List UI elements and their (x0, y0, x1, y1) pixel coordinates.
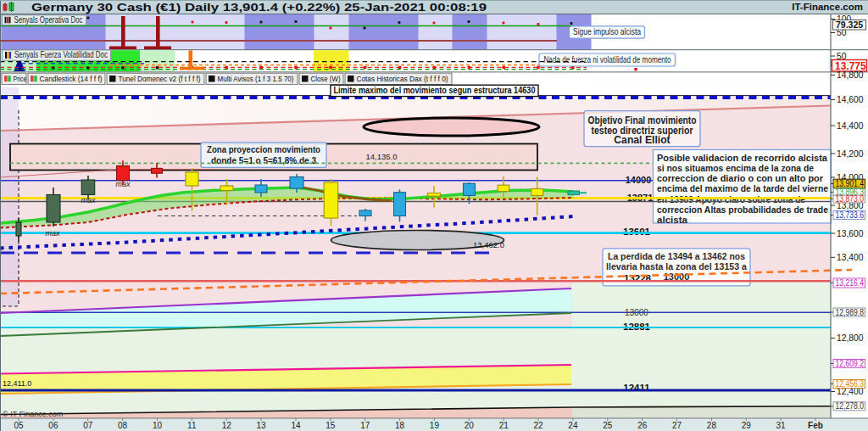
svg-text:14,200: 14,200 (837, 149, 864, 159)
svg-text:20: 20 (465, 421, 475, 430)
svg-text:© IT-Finance.com: © IT-Finance.com (3, 410, 63, 418)
svg-text:79.325: 79.325 (836, 20, 863, 30)
svg-text:14,135.0: 14,135.0 (366, 152, 398, 161)
svg-text:18: 18 (395, 421, 405, 430)
svg-text:encima del maximo de la tarde: encima del maximo de la tarde del vierne (657, 182, 828, 193)
svg-text:12: 12 (222, 421, 232, 430)
svg-text:Canal Elliot: Canal Elliot (614, 134, 670, 146)
svg-text:13,733.6: 13,733.6 (836, 210, 865, 220)
svg-text:14,800: 14,800 (837, 70, 864, 80)
svg-text:17: 17 (360, 421, 370, 430)
svg-text:21: 21 (499, 421, 509, 430)
svg-text:Sigue impulso alcista: Sigue impulso alcista (573, 27, 641, 36)
svg-text:Multi Avisos (1 f 3 1.5 70): Multi Avisos (1 f 3 1.5 70) (218, 75, 294, 83)
svg-text:12,609.2: 12,609.2 (836, 359, 865, 368)
svg-text:Posible validacion de recorrid: Posible validacion de recorrido alcista (657, 152, 828, 163)
svg-text:La perdida de 13494 a 13462 no: La perdida de 13494 a 13462 nos (608, 251, 745, 261)
svg-text:14,600: 14,600 (837, 95, 864, 104)
svg-text:12,278.0: 12,278.0 (836, 401, 865, 411)
svg-text:28: 28 (707, 421, 717, 430)
svg-text:13601: 13601 (623, 227, 651, 237)
svg-text:alcista: alcista (657, 214, 688, 225)
svg-text:max: max (81, 196, 96, 204)
svg-text:IT-Finance.com: IT-Finance.com (792, 2, 863, 12)
svg-text:13,216.4: 13,216.4 (836, 278, 865, 288)
svg-text:13,600: 13,600 (837, 229, 864, 238)
svg-text:Nada de fuerza ni volatilidad: Nada de fuerza ni volatilidad de momento (544, 55, 671, 64)
svg-text:Limite maximo del movimiento s: Limite maximo del movimiento segun estru… (334, 85, 536, 95)
svg-text:15: 15 (326, 421, 336, 430)
svg-text:13,462.0: 13,462.0 (473, 240, 504, 249)
svg-text:06: 06 (48, 421, 58, 430)
svg-text:correccion de diario o con un: correccion de diario o con un alto por (657, 172, 823, 183)
svg-text:22: 22 (533, 421, 543, 430)
svg-text:Close (W): Close (W) (311, 75, 341, 83)
svg-text:11: 11 (187, 421, 197, 430)
svg-text:Cotas Historicas Dax (t f f f: Cotas Historicas Dax (t f f f 0) (357, 75, 448, 83)
svg-text:26: 26 (637, 421, 648, 430)
svg-text:Candlestick (14 f f f): Candlestick (14 f f f) (40, 75, 103, 83)
svg-text:correccion Altas probabilidade: correccion Altas probabilidades de trade (657, 204, 828, 215)
svg-text:24: 24 (568, 421, 578, 430)
svg-text:Senyals Fuerza Volatilidad Doc: Senyals Fuerza Volatilidad Doc (14, 50, 108, 59)
svg-text:12,456.3: 12,456.3 (836, 379, 865, 389)
svg-text:08: 08 (118, 421, 128, 430)
svg-text:19: 19 (430, 421, 440, 430)
svg-text:07: 07 (83, 421, 93, 430)
svg-text:14: 14 (291, 421, 301, 430)
svg-text:14,400: 14,400 (837, 121, 864, 131)
svg-text:27: 27 (672, 421, 682, 430)
svg-text:si nos situamos encima de la z: si nos situamos encima de la zona de (657, 162, 814, 173)
svg-text:max: max (115, 180, 131, 188)
svg-text:Price: Price (14, 75, 27, 83)
svg-text:12,989.8: 12,989.8 (836, 308, 865, 317)
svg-text:13,400: 13,400 (837, 253, 864, 262)
svg-text:05: 05 (14, 421, 24, 430)
svg-text:llevaria hasta la zona del 131: llevaria hasta la zona del 13153 a (606, 261, 748, 271)
svg-text:max: max (45, 229, 60, 238)
svg-text:13,873.0: 13,873.0 (836, 194, 865, 204)
svg-text:25: 25 (603, 421, 613, 430)
svg-text:Tunel Domenec v2 (f t f f f): Tunel Domenec v2 (f t f f f) (119, 75, 201, 83)
svg-text:Senyals Operativa Doc: Senyals Operativa Doc (14, 15, 83, 25)
svg-text:13: 13 (257, 421, 267, 430)
svg-text:Feb: Feb (808, 421, 823, 430)
svg-text:12,800: 12,800 (837, 333, 864, 343)
svg-text:31: 31 (776, 421, 787, 430)
svg-text:29: 29 (742, 421, 752, 430)
svg-text:Germany 30 Cash (€1) Daily 13,: Germany 30 Cash (€1) Daily 13,901.4 (+0.… (31, 2, 487, 14)
svg-text:10: 10 (153, 421, 163, 430)
svg-text:12881: 12881 (623, 322, 651, 332)
svg-text:Zona proyeccion movimiento: Zona proyeccion movimiento (207, 144, 320, 154)
svg-text:12,411.0: 12,411.0 (3, 379, 31, 388)
